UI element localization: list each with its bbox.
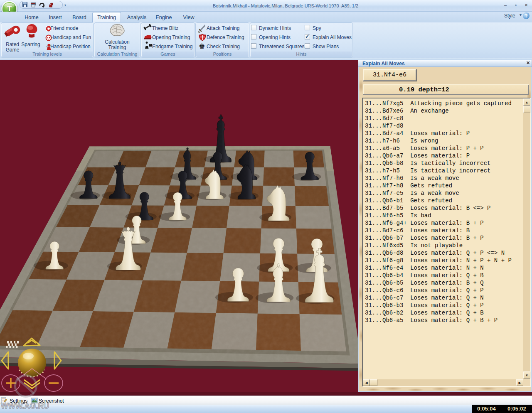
svg-text:♚: ♚ [199,42,205,50]
